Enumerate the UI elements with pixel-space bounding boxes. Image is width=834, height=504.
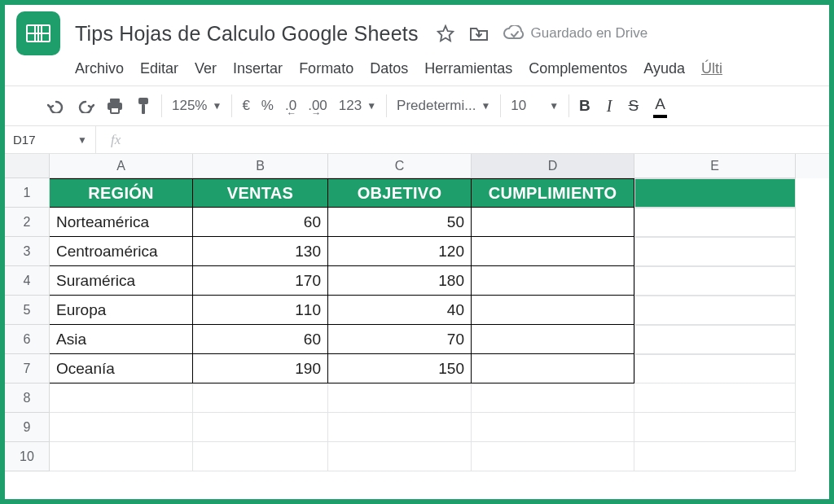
font-family-dropdown[interactable]: Predetermi... ▼ xyxy=(397,98,490,114)
cell-E10[interactable] xyxy=(634,442,796,471)
cell-B7[interactable]: 190 xyxy=(193,354,328,383)
cell-E6[interactable] xyxy=(634,325,796,354)
cell-A4[interactable]: Suramérica xyxy=(50,266,193,296)
cell-D7[interactable] xyxy=(472,354,634,383)
cell-A2[interactable]: Norteamérica xyxy=(50,208,193,237)
menu-last-edit[interactable]: Últi xyxy=(701,60,722,77)
print-icon[interactable] xyxy=(106,98,124,114)
cell-D5[interactable] xyxy=(472,296,634,325)
bold-button[interactable]: B xyxy=(579,97,590,115)
menu-ayuda[interactable]: Ayuda xyxy=(643,60,685,77)
cell-C2[interactable]: 50 xyxy=(328,208,472,237)
cell-B10[interactable] xyxy=(193,442,328,471)
cell-C10[interactable] xyxy=(328,442,472,471)
format-decrease-decimals[interactable]: .0← xyxy=(285,98,296,114)
col-head-C[interactable]: C xyxy=(328,154,472,178)
cell-D6[interactable] xyxy=(472,325,634,354)
cell-D10[interactable] xyxy=(472,442,634,471)
col-head-E[interactable]: E xyxy=(634,154,796,178)
cell-B9[interactable] xyxy=(193,413,328,442)
menu-complementos[interactable]: Complementos xyxy=(529,60,627,77)
cell-C4[interactable]: 180 xyxy=(328,266,472,296)
sheets-app-icon[interactable] xyxy=(16,11,60,55)
italic-button[interactable]: I xyxy=(607,97,612,116)
menu-insertar[interactable]: Insertar xyxy=(233,60,283,77)
cell-D4[interactable] xyxy=(472,266,634,296)
paint-format-icon[interactable] xyxy=(135,97,151,115)
menu-formato[interactable]: Formato xyxy=(299,60,353,77)
cell-E3[interactable] xyxy=(634,237,796,266)
menu-datos[interactable]: Datos xyxy=(370,60,408,77)
row-head[interactable]: 1 xyxy=(5,178,50,208)
cell-A8[interactable] xyxy=(50,383,193,413)
format-increase-decimals[interactable]: .00→ xyxy=(308,98,327,114)
formula-input[interactable] xyxy=(132,126,829,153)
row-head[interactable]: 8 xyxy=(5,383,50,413)
cell-A5[interactable]: Europa xyxy=(50,296,193,325)
col-head-A[interactable]: A xyxy=(50,154,193,178)
col-head-D[interactable]: D xyxy=(472,154,634,178)
cell-D1[interactable]: CUMPLIMIENTO xyxy=(472,178,634,208)
format-percent[interactable]: % xyxy=(261,98,274,114)
cell-D9[interactable] xyxy=(472,413,634,442)
col-head-B[interactable]: B xyxy=(193,154,328,178)
cell-D2[interactable] xyxy=(472,208,634,237)
menu-archivo[interactable]: Archivo xyxy=(75,60,124,77)
cell-A10[interactable] xyxy=(50,442,193,471)
move-to-folder-icon[interactable] xyxy=(469,25,489,42)
cell-B5[interactable]: 110 xyxy=(193,296,328,325)
cell-E8[interactable] xyxy=(634,383,796,413)
row-head[interactable]: 10 xyxy=(5,442,50,471)
star-icon[interactable] xyxy=(437,24,454,42)
cell-C6[interactable]: 70 xyxy=(328,325,472,354)
cell-E7[interactable] xyxy=(634,354,796,383)
undo-icon[interactable] xyxy=(47,99,65,113)
row-head[interactable]: 3 xyxy=(5,237,50,266)
doc-title[interactable]: Tips Hojas de Calculo Google Sheets xyxy=(75,22,419,46)
drive-save-status[interactable]: Guardado en Drive xyxy=(503,25,648,42)
cell-C8[interactable] xyxy=(328,383,472,413)
cell-E1[interactable] xyxy=(634,178,796,208)
strike-button[interactable]: S xyxy=(628,97,639,115)
font-size-dropdown[interactable]: 10 ▼ xyxy=(511,98,559,114)
cell-E5[interactable] xyxy=(634,296,796,325)
cell-A9[interactable] xyxy=(50,413,193,442)
cell-C5[interactable]: 40 xyxy=(328,296,472,325)
cell-B1[interactable]: VENTAS xyxy=(193,178,328,208)
row-head[interactable]: 9 xyxy=(5,413,50,442)
cell-C9[interactable] xyxy=(328,413,472,442)
zoom-dropdown[interactable]: 125% ▼ xyxy=(172,98,222,114)
cell-A7[interactable]: Oceanía xyxy=(50,354,193,383)
cell-A1[interactable]: REGIÓN xyxy=(50,178,193,208)
redo-icon[interactable] xyxy=(77,99,94,113)
cell-B2[interactable]: 60 xyxy=(193,208,328,237)
cell-E4[interactable] xyxy=(634,266,796,296)
menu-herramientas[interactable]: Herramientas xyxy=(424,60,512,77)
cell-A6[interactable]: Asia xyxy=(50,325,193,354)
format-number-dropdown[interactable]: 123 ▼ xyxy=(339,98,376,114)
cell-C1[interactable]: OBJETIVO xyxy=(328,178,472,208)
row-head[interactable]: 6 xyxy=(5,325,50,354)
cell-A3[interactable]: Centroamérica xyxy=(50,237,193,266)
cell-B3[interactable]: 130 xyxy=(193,237,328,266)
row-head[interactable]: 7 xyxy=(5,354,50,383)
text-color-button[interactable]: A xyxy=(655,95,665,116)
select-all-corner[interactable] xyxy=(5,154,50,178)
format-currency[interactable]: € xyxy=(242,98,249,114)
sheet-grid[interactable]: A B C D E 1 REGIÓN VENTAS OBJETIVO CUMPL… xyxy=(5,154,829,471)
menu-ver[interactable]: Ver xyxy=(195,60,217,77)
cell-D3[interactable] xyxy=(472,237,634,266)
cell-C3[interactable]: 120 xyxy=(328,237,472,266)
cell-B6[interactable]: 60 xyxy=(193,325,328,354)
cell-E9[interactable] xyxy=(634,413,796,442)
row-head[interactable]: 5 xyxy=(5,296,50,325)
name-box[interactable]: D17 ▼ xyxy=(5,126,96,153)
cell-B8[interactable] xyxy=(193,383,328,413)
row-head[interactable]: 2 xyxy=(5,208,50,237)
menu-editar[interactable]: Editar xyxy=(140,60,178,77)
cell-B4[interactable]: 170 xyxy=(193,266,328,296)
row-head[interactable]: 4 xyxy=(5,266,50,296)
cell-C7[interactable]: 150 xyxy=(328,354,472,383)
cell-D8[interactable] xyxy=(472,383,634,413)
cell-E2[interactable] xyxy=(634,208,796,237)
